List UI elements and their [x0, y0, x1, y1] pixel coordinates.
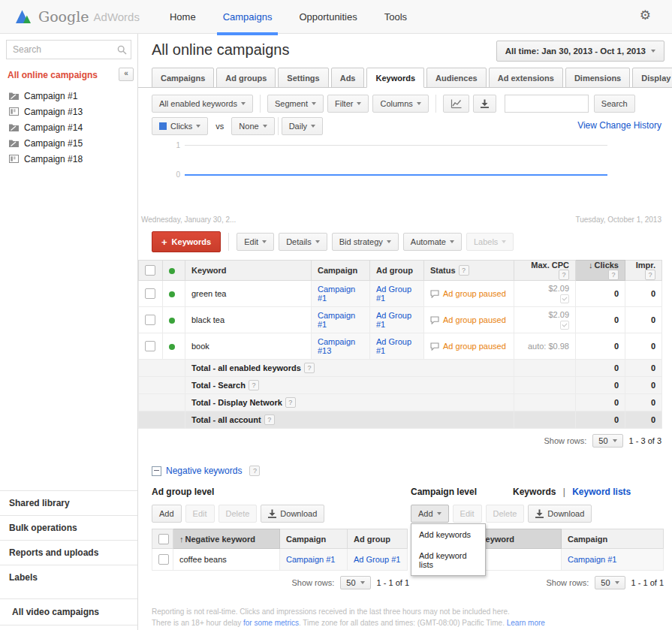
- nav-campaigns[interactable]: Campaigns: [223, 8, 273, 26]
- download-button[interactable]: [473, 95, 496, 113]
- column-header-ad-group[interactable]: Ad group: [370, 261, 424, 281]
- max-cpc-cell[interactable]: $2.09: [514, 307, 576, 333]
- column-header-campaign[interactable]: Campaign: [280, 529, 348, 549]
- row-checkbox[interactable]: [145, 341, 155, 351]
- learn-more-link[interactable]: Learn more: [507, 619, 545, 627]
- sidebar-all-online-campaigns[interactable]: All online campaigns «: [0, 62, 137, 85]
- column-header-max-cpc[interactable]: Max. CPC?: [514, 261, 576, 281]
- nav-home[interactable]: Home: [170, 8, 196, 26]
- max-cpc-cell[interactable]: $2.09: [514, 281, 576, 307]
- gear-icon[interactable]: ⚙: [640, 9, 651, 22]
- menu-item-add-keyword-lists[interactable]: Add keyword lists: [411, 545, 485, 575]
- sidebar-item-campaign-15[interactable]: Campaign #15: [9, 135, 137, 151]
- sidebar-search-input[interactable]: [6, 40, 131, 59]
- tab-keywords[interactable]: Keywords: [366, 68, 424, 88]
- help-icon[interactable]: ?: [608, 270, 619, 280]
- row-checkbox[interactable]: [158, 554, 169, 565]
- details-dropdown[interactable]: Details: [279, 233, 327, 251]
- download-button[interactable]: Download: [261, 505, 324, 523]
- campaign-link[interactable]: Campaign #13: [318, 337, 355, 355]
- campaign-link[interactable]: Campaign #1: [318, 285, 355, 303]
- sidebar-item-campaign-1[interactable]: Campaign #1: [9, 88, 137, 104]
- tab-ads[interactable]: Ads: [331, 68, 365, 88]
- search-button[interactable]: Search: [594, 95, 635, 113]
- rows-per-page-select[interactable]: 50: [340, 576, 370, 589]
- view-change-history-link[interactable]: View Change History: [577, 120, 661, 131]
- sidebar-item-campaign-14[interactable]: Campaign #14: [9, 119, 137, 135]
- column-header-campaign[interactable]: Campaign: [312, 261, 370, 281]
- ad-group-link[interactable]: Ad Group #1: [376, 285, 411, 303]
- for-some-metrics-link[interactable]: for some metrics: [243, 619, 299, 627]
- rows-per-page-select[interactable]: 50: [595, 576, 625, 589]
- column-header-campaign[interactable]: Campaign: [562, 529, 664, 549]
- keywords-toggle-label[interactable]: Keywords: [513, 487, 556, 497]
- help-icon[interactable]: ?: [285, 397, 296, 408]
- column-header-keyword[interactable]: Keyword: [185, 261, 312, 281]
- campaign-link[interactable]: Campaign #1: [318, 311, 355, 329]
- adwords-logo[interactable]: Google AdWords: [15, 8, 140, 25]
- nav-opportunities[interactable]: Opportunities: [299, 8, 357, 26]
- tab-audiences[interactable]: Audiences: [426, 68, 487, 88]
- download-button[interactable]: Download: [528, 505, 592, 523]
- sidebar-item-campaign-13[interactable]: Campaign #13: [9, 104, 137, 119]
- sidebar-item-reports-uploads[interactable]: Reports and uploads: [0, 540, 137, 565]
- compare-against-dropdown[interactable]: None: [231, 117, 274, 135]
- max-cpc-cell[interactable]: auto: $0.98: [514, 333, 576, 360]
- rows-per-page-select[interactable]: 50: [592, 434, 622, 448]
- negative-keywords-toggle[interactable]: Negative keywords ?: [152, 466, 661, 476]
- campaign-link[interactable]: Campaign #1: [286, 555, 335, 564]
- tab-campaigns[interactable]: Campaigns: [152, 68, 214, 88]
- scope-dropdown[interactable]: All enabled keywords: [152, 95, 253, 113]
- columns-dropdown[interactable]: Columns: [372, 95, 428, 113]
- sidebar-item-bulk-operations[interactable]: Bulk operations: [0, 515, 137, 540]
- help-icon[interactable]: ?: [459, 265, 469, 276]
- tab-display-network[interactable]: Display Network: [632, 68, 672, 88]
- segment-dropdown[interactable]: Segment: [267, 95, 324, 113]
- help-icon[interactable]: ?: [559, 270, 569, 280]
- column-header-negative-keyword[interactable]: ↑Negative keyword: [173, 529, 280, 549]
- add-dropdown[interactable]: Add: [411, 505, 449, 523]
- filter-dropdown[interactable]: Filter: [327, 95, 369, 113]
- keyword-search-input[interactable]: [505, 95, 589, 113]
- automate-dropdown[interactable]: Automate: [403, 233, 462, 251]
- tab-settings[interactable]: Settings: [278, 68, 328, 88]
- ad-group-link[interactable]: Ad Group #1: [354, 555, 400, 564]
- tab-ad-groups[interactable]: Ad groups: [216, 68, 276, 88]
- chart-toggle-button[interactable]: [443, 95, 469, 113]
- column-header-ad-group[interactable]: Ad group: [348, 529, 408, 549]
- sidebar-item-campaign-18[interactable]: Campaign #18: [9, 151, 137, 167]
- help-icon[interactable]: ?: [264, 414, 275, 425]
- select-all-checkbox[interactable]: [145, 265, 155, 276]
- sidebar-item-all-video-campaigns[interactable]: All video campaigns: [0, 598, 137, 625]
- ad-group-link[interactable]: Ad Group #1: [376, 311, 411, 329]
- metric-dropdown[interactable]: Clicks: [152, 117, 208, 135]
- granularity-dropdown[interactable]: Daily: [282, 117, 323, 135]
- bid-strategy-dropdown[interactable]: Bid strategy: [332, 233, 399, 251]
- row-checkbox[interactable]: [145, 288, 155, 299]
- help-icon[interactable]: ?: [645, 270, 655, 280]
- campaign-link[interactable]: Campaign #1: [568, 555, 616, 564]
- edit-dropdown[interactable]: Edit: [237, 233, 274, 251]
- help-icon[interactable]: ?: [304, 363, 315, 373]
- column-header-clicks[interactable]: ↓Clicks?: [576, 261, 625, 281]
- select-all-checkbox[interactable]: [158, 534, 169, 544]
- add-button[interactable]: Add: [152, 505, 182, 523]
- clicks-cell: 0: [576, 307, 625, 333]
- add-keywords-button[interactable]: + Keywords: [152, 231, 221, 252]
- collapse-minus-icon[interactable]: [152, 466, 161, 476]
- menu-item-add-keywords[interactable]: Add keywords: [411, 524, 485, 545]
- sidebar-item-labels[interactable]: Labels: [0, 565, 137, 589]
- tab-dimensions[interactable]: Dimensions: [565, 68, 630, 88]
- date-range-button[interactable]: All time: Jan 30, 2013 - Oct 1, 2013: [496, 41, 664, 62]
- column-header-impr[interactable]: Impr.?: [625, 261, 662, 281]
- nav-tools[interactable]: Tools: [384, 8, 407, 26]
- sidebar-item-shared-library[interactable]: Shared library: [0, 490, 137, 515]
- sidebar-collapse-button[interactable]: «: [119, 68, 134, 81]
- help-icon[interactable]: ?: [249, 380, 259, 390]
- tab-ad-extensions[interactable]: Ad extensions: [489, 68, 563, 88]
- row-checkbox[interactable]: [145, 315, 155, 325]
- ad-group-link[interactable]: Ad Group #1: [376, 337, 411, 355]
- help-icon[interactable]: ?: [249, 466, 260, 476]
- keyword-lists-link[interactable]: Keyword lists: [572, 487, 631, 497]
- column-header-status[interactable]: Status?: [424, 261, 514, 281]
